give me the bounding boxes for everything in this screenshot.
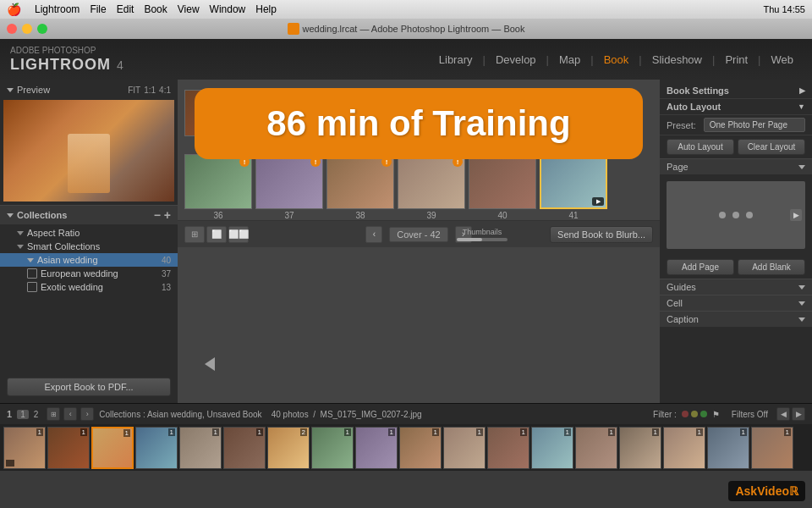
fs-photo-num: 2	[300, 428, 307, 436]
4-1-btn[interactable]: 4:1	[159, 86, 171, 95]
menu-window[interactable]: Window	[210, 3, 246, 15]
single-view-btn[interactable]: ⬜	[206, 226, 227, 243]
collection-folder-icon	[27, 268, 37, 279]
nav-book[interactable]: Book	[595, 50, 638, 69]
filmstrip-grid-btn[interactable]: ⊞	[47, 407, 60, 421]
filmstrip-item[interactable]: 1	[223, 427, 266, 469]
list-item[interactable]: Exotic wedding 13	[0, 280, 178, 294]
send-to-blurb-button[interactable]: Send Book to Blurb...	[550, 226, 653, 243]
filmstrip-item[interactable]: 1	[443, 427, 486, 469]
preview-fit-buttons[interactable]: FIT 1:1 4:1	[128, 86, 171, 95]
item-expand-icon	[17, 231, 24, 235]
filter-flag-icon[interactable]: ⚑	[712, 410, 720, 419]
cell-section-header[interactable]: Cell	[660, 295, 812, 311]
photo-thumb[interactable]: !	[398, 154, 465, 209]
filmstrip-item[interactable]: 1	[707, 427, 749, 469]
collections-plus-btn[interactable]: +	[164, 209, 171, 221]
lr-logo-area: ADOBE PHOTOSHOP LIGHTROOM 4	[10, 46, 123, 74]
1-1-btn[interactable]: 1:1	[144, 86, 156, 95]
photo-num: 41	[568, 211, 578, 220]
filter-dot-yellow[interactable]	[691, 411, 698, 417]
filmstrip-item[interactable]: 1	[751, 427, 793, 469]
nav-library[interactable]: Library	[431, 50, 481, 69]
menu-help[interactable]: Help	[255, 3, 277, 15]
guides-section-header[interactable]: Guides	[660, 279, 812, 295]
filmstrip-item[interactable]: 1	[355, 427, 398, 469]
add-page-button[interactable]: Add Page	[667, 259, 734, 275]
filmstrip-end-btn[interactable]: ◀	[776, 407, 790, 421]
collection-list: Aspect Ratio Smart Collections Asian wed…	[0, 224, 178, 295]
list-item[interactable]: European wedding 37	[0, 267, 178, 280]
collections-minus-btn[interactable]: −	[154, 209, 161, 221]
filmstrip-item[interactable]: 1	[3, 427, 46, 469]
filmstrip-item[interactable]: 1	[179, 427, 222, 469]
filmstrip-item[interactable]: 1	[531, 427, 573, 469]
collection-name: Aspect Ratio	[27, 228, 171, 238]
nav-map[interactable]: Map	[551, 50, 589, 69]
photo-thumb-selected[interactable]: ▶	[540, 154, 607, 209]
menu-book[interactable]: Book	[144, 3, 167, 15]
filmstrip-prev-btn[interactable]: ‹	[63, 407, 77, 421]
item-expand-icon	[17, 245, 24, 249]
nav-web[interactable]: Web	[763, 50, 803, 69]
preview-collapse-icon[interactable]	[7, 88, 14, 92]
auto-layout-button[interactable]: Auto Layout	[667, 139, 734, 155]
collections-label: Collections	[17, 210, 67, 220]
menu-lightroom[interactable]: Lightroom	[35, 3, 80, 15]
minimize-button[interactable]	[22, 24, 32, 34]
book-settings-expand-icon[interactable]: ▶	[799, 86, 805, 95]
filmstrip-item[interactable]: 1	[135, 427, 178, 469]
nav-slideshow[interactable]: Slideshow	[644, 50, 710, 69]
maximize-button[interactable]	[37, 24, 47, 34]
filmstrip-next-btn[interactable]: ›	[80, 407, 94, 421]
filmstrip-item[interactable]: 1	[311, 427, 354, 469]
clear-layout-button[interactable]: Clear Layout	[738, 139, 805, 155]
filmstrip-item[interactable]: 2	[267, 427, 310, 469]
photo-thumb[interactable]	[469, 154, 536, 209]
grid-view-btn[interactable]: ⊞	[184, 226, 205, 243]
thumbnail-slider[interactable]	[457, 238, 508, 241]
filmstrip-item[interactable]: 1	[575, 427, 617, 469]
filmstrip-item-selected[interactable]: 1	[91, 427, 134, 469]
menu-edit[interactable]: Edit	[117, 3, 134, 15]
filter-dot-red[interactable]	[682, 411, 689, 417]
menu-file[interactable]: File	[90, 3, 106, 15]
close-button[interactable]	[7, 24, 17, 34]
nav-print[interactable]: Print	[716, 50, 756, 69]
photo-thumb[interactable]: !	[184, 154, 252, 209]
collection-count: 40	[162, 256, 171, 265]
add-blank-button[interactable]: Add Blank	[738, 259, 805, 275]
page-nav-right-icon[interactable]: ▶	[790, 209, 802, 221]
export-book-button[interactable]: Export Book to PDF...	[7, 378, 171, 396]
filmstrip-start-btn[interactable]: ▶	[792, 407, 805, 421]
book-settings-label: Book Settings	[667, 86, 729, 96]
nav-develop[interactable]: Develop	[487, 50, 545, 69]
list-item[interactable]: Smart Collections	[0, 240, 178, 253]
filmstrip-item[interactable]: 1	[47, 427, 90, 469]
filmstrip: 1 1 2 ⊞ ‹ › Collections : Asian wedding,…	[0, 403, 812, 471]
filmstrip-item[interactable]: 1	[663, 427, 705, 469]
collections-header[interactable]: Collections − +	[0, 205, 178, 224]
auto-layout-header[interactable]: Auto Layout ▼	[660, 99, 812, 115]
apple-menu[interactable]: 🍎	[7, 3, 21, 16]
photo-thumb[interactable]: !	[326, 154, 394, 209]
page-1-btn[interactable]: 1	[17, 410, 29, 419]
filmstrip-item[interactable]: 1	[487, 427, 529, 469]
caption-section-header[interactable]: Caption	[660, 311, 812, 327]
spread-view-btn[interactable]: ⬜⬜	[228, 226, 249, 243]
page-2-btn[interactable]: 2	[30, 410, 42, 419]
list-item[interactable]: Asian wedding 40	[0, 253, 178, 267]
filter-dot-green[interactable]	[700, 411, 707, 417]
prev-page-button[interactable]: ‹	[365, 226, 382, 243]
photo-thumb[interactable]: !	[255, 154, 323, 209]
list-item[interactable]: Aspect Ratio	[0, 226, 178, 240]
photo-cell: ! 38	[326, 154, 394, 220]
preset-select[interactable]: One Photo Per Page	[704, 118, 805, 132]
page-section-header[interactable]: Page	[660, 158, 812, 174]
filmstrip-item[interactable]: 1	[399, 427, 442, 469]
filmstrip-item[interactable]: 1	[619, 427, 661, 469]
fit-btn[interactable]: FIT	[128, 86, 140, 95]
menu-view[interactable]: View	[178, 3, 200, 15]
fs-photo-num: 1	[344, 428, 351, 436]
layout-dot	[746, 212, 753, 218]
